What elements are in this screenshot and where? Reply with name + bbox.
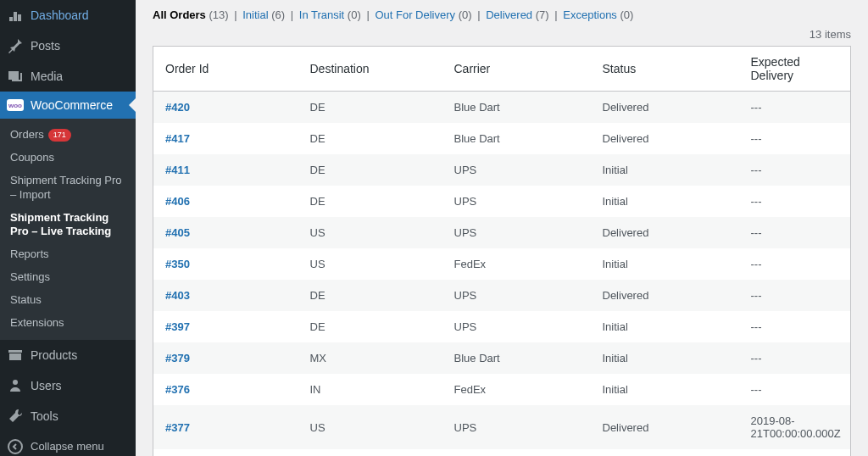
order-link[interactable]: #417 <box>165 132 190 145</box>
order-link[interactable]: #420 <box>165 101 190 114</box>
cell-expected: --- <box>743 248 851 280</box>
submenu-label: Extensions <box>10 316 64 331</box>
users-icon <box>7 377 24 394</box>
cell-destination: MX <box>302 342 446 374</box>
order-link[interactable]: #406 <box>165 195 190 208</box>
admin-sidebar: Dashboard Posts Media woo WooCommerce Or… <box>0 0 136 456</box>
cell-carrier: UPS <box>446 186 594 217</box>
menu-tools[interactable]: Tools <box>0 401 136 431</box>
cell-carrier: FedEx <box>446 248 594 280</box>
filter-count: (6) <box>271 8 285 21</box>
cell-carrier: UPS <box>446 405 594 449</box>
menu-media[interactable]: Media <box>0 61 136 92</box>
table-row: #403DEUPSDelivered--- <box>153 280 851 311</box>
svg-point-0 <box>13 380 18 385</box>
filter-delivered[interactable]: Delivered <box>486 8 532 21</box>
order-link[interactable]: #350 <box>165 258 190 270</box>
filter-initial[interactable]: Initial <box>242 8 268 21</box>
col-order-id[interactable]: Order Id <box>153 47 302 92</box>
order-link[interactable]: #403 <box>165 289 190 302</box>
cell-carrier: Blue Dart <box>446 92 594 124</box>
cell-expected: --- <box>743 186 851 217</box>
order-link[interactable]: #405 <box>165 226 190 239</box>
cell-destination: DE <box>302 92 446 124</box>
order-link[interactable]: #411 <box>165 164 190 176</box>
order-link[interactable]: #397 <box>165 320 190 333</box>
dashboard-icon <box>7 7 24 24</box>
cell-status: Delivered <box>594 217 743 248</box>
col-carrier[interactable]: Carrier <box>446 47 594 92</box>
submenu-label: Status <box>10 293 42 308</box>
media-icon <box>7 68 24 85</box>
cell-carrier: Blue Dart <box>446 342 594 374</box>
collapse-menu[interactable]: Collapse menu <box>0 431 136 456</box>
submenu-status[interactable]: Status <box>0 289 136 312</box>
menu-label: Users <box>31 379 129 392</box>
submenu-orders[interactable]: Orders 171 <box>0 124 136 147</box>
filter-out-for-delivery[interactable]: Out For Delivery <box>375 8 455 21</box>
cell-status: Delivered <box>594 280 743 311</box>
cell-expected: --- <box>743 449 851 456</box>
table-row: #411DEUPSInitial--- <box>153 154 851 186</box>
table-row: #420DEBlue DartDelivered--- <box>153 92 851 124</box>
table-header-row: Order Id Destination Carrier Status Expe… <box>153 47 851 92</box>
cell-expected: --- <box>743 311 851 342</box>
filter-count: (7) <box>536 8 549 21</box>
table-row: #350USFedExInitial--- <box>153 248 851 280</box>
submenu-extensions[interactable]: Extensions <box>0 312 136 335</box>
filter-all-orders[interactable]: All Orders <box>153 8 206 21</box>
submenu-settings[interactable]: Settings <box>0 266 136 289</box>
submenu-label: Shipment Tracking Pro – Live Tracking <box>10 211 125 240</box>
menu-users[interactable]: Users <box>0 370 136 401</box>
filter-in-transit[interactable]: In Transit <box>299 8 344 21</box>
filter-count: (0) <box>620 8 633 21</box>
submenu-coupons[interactable]: Coupons <box>0 147 136 170</box>
col-expected-delivery[interactable]: Expected Delivery <box>743 47 851 92</box>
collapse-icon <box>7 438 24 455</box>
submenu-label: Reports <box>10 247 49 262</box>
menu-label: Products <box>31 348 129 362</box>
cell-destination: US <box>302 217 446 248</box>
products-icon <box>7 347 24 364</box>
pin-icon <box>7 37 24 54</box>
separator: | <box>291 8 293 21</box>
cell-expected: --- <box>743 123 851 154</box>
cell-destination: DE <box>302 123 446 154</box>
col-status[interactable]: Status <box>594 47 743 92</box>
filter-count: (13) <box>209 8 228 21</box>
cell-carrier: UPS <box>446 154 594 186</box>
separator: | <box>477 8 480 21</box>
table-row: #406DEUPSInitial--- <box>153 186 851 217</box>
cell-expected: --- <box>743 280 851 311</box>
submenu-tracking-live[interactable]: Shipment Tracking Pro – Live Tracking <box>0 207 136 244</box>
cell-carrier: FedEx <box>446 374 594 405</box>
cell-status: Initial <box>594 248 743 280</box>
menu-posts[interactable]: Posts <box>0 31 136 61</box>
submenu-tracking-import[interactable]: Shipment Tracking Pro – Import <box>0 170 136 207</box>
cell-expected: --- <box>743 154 851 186</box>
cell-status: Initial <box>594 311 743 342</box>
table-row: #397DEUPSInitial--- <box>153 311 851 342</box>
cell-carrier: UPS <box>446 311 594 342</box>
order-link[interactable]: #379 <box>165 352 190 364</box>
col-destination[interactable]: Destination <box>302 47 446 92</box>
orders-count-badge: 171 <box>48 129 71 141</box>
cell-expected: --- <box>743 217 851 248</box>
collapse-label: Collapse menu <box>31 440 104 453</box>
cell-destination: IN <box>302 374 446 405</box>
cell-destination: IN <box>302 449 446 456</box>
menu-products[interactable]: Products <box>0 340 136 370</box>
menu-label: Posts <box>31 39 129 53</box>
menu-dashboard[interactable]: Dashboard <box>0 0 136 31</box>
submenu-reports[interactable]: Reports <box>0 243 136 266</box>
cell-carrier: FedEx <box>446 449 594 456</box>
woo-icon: woo <box>7 99 24 111</box>
order-link[interactable]: #376 <box>165 383 190 396</box>
menu-label: Tools <box>31 409 129 423</box>
menu-woocommerce[interactable]: woo WooCommerce <box>0 92 136 119</box>
filter-exceptions[interactable]: Exceptions <box>563 8 617 21</box>
table-row: #379MXBlue DartInitial--- <box>153 342 851 374</box>
cell-expected: --- <box>743 342 851 374</box>
order-link[interactable]: #377 <box>165 421 190 434</box>
submenu-label: Orders <box>10 128 44 142</box>
